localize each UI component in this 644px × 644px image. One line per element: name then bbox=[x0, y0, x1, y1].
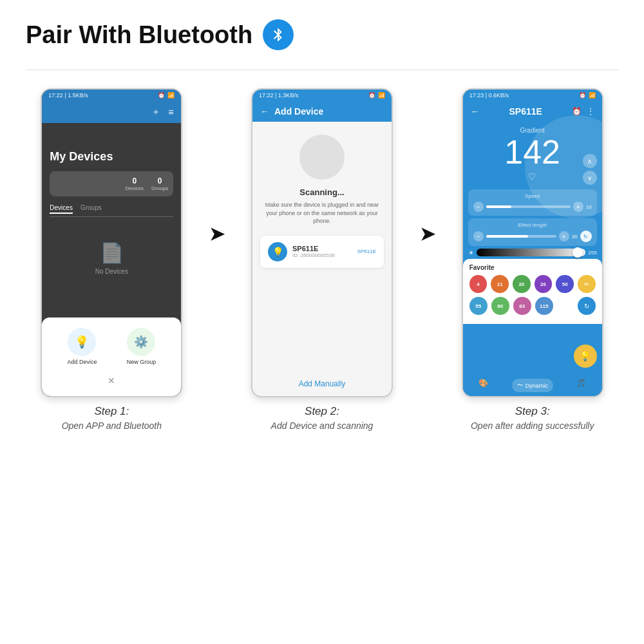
phone3-back-btn[interactable]: ← bbox=[471, 106, 480, 117]
my-devices-title: My Devices bbox=[50, 150, 173, 164]
tab-devices[interactable]: Devices bbox=[50, 204, 73, 214]
up-down-control: ∧ ∨ bbox=[583, 154, 597, 185]
phone1-status-icons: ⏰ 📶 bbox=[158, 92, 175, 99]
wifi-icon: 📶 bbox=[167, 92, 175, 99]
effect-label: Effect length bbox=[473, 222, 592, 228]
fav-item-50[interactable]: 50 bbox=[556, 275, 574, 293]
scanning-area: Scanning... Make sure the device is plug… bbox=[252, 122, 392, 276]
add-manually-btn[interactable]: Add Manually bbox=[252, 379, 392, 388]
phone1-mockup: 17:22 | 1.5KB/s ⏰ 📶 ＋ ≡ My Devices bbox=[41, 88, 182, 397]
page-header: Pair With Bluetooth bbox=[26, 19, 294, 50]
device-tabs: 0 Devices 0 Groups bbox=[50, 171, 173, 196]
new-group-icon: ⚙️ bbox=[127, 328, 155, 356]
effect-control: − + 30 ↻ bbox=[473, 231, 592, 242]
phone3-alarm-icon: ⏰ bbox=[579, 92, 586, 99]
effect-slider[interactable] bbox=[486, 235, 556, 238]
palette-nav-icon[interactable]: 🎨 bbox=[478, 379, 488, 392]
add-device-icon: 💡 bbox=[68, 328, 96, 356]
phone1-status-text: 17:22 | 1.5KB/s bbox=[48, 92, 88, 99]
tab-row: Devices Groups bbox=[50, 202, 173, 217]
step3-container: 17:23 | 0.6KB/s ⏰ 📶 ← SP611E ⏰ ⋮ bbox=[446, 88, 618, 431]
phone3-status-bar: 17:23 | 0.6KB/s ⏰ 📶 bbox=[463, 90, 602, 101]
fav-title: Favorite bbox=[469, 264, 596, 271]
step2-label: Step 2: bbox=[305, 405, 339, 418]
step3-label: Step 3: bbox=[515, 405, 550, 418]
device-found[interactable]: 💡 SP611E ID: 260000000536 SP611E bbox=[260, 236, 384, 268]
device-id: ID: 260000000536 bbox=[292, 252, 352, 258]
fav-item-4[interactable]: 4 bbox=[469, 275, 488, 293]
no-devices-icon: 📄 bbox=[100, 242, 124, 264]
device-info: SP611E ID: 260000000536 bbox=[292, 245, 352, 258]
phone3-wifi-icon: 📶 bbox=[589, 92, 596, 99]
brightness-value: 255 bbox=[588, 250, 596, 256]
step1-container: 17:22 | 1.5KB/s ⏰ 📶 ＋ ≡ My Devices bbox=[26, 88, 198, 431]
fav-item-11[interactable]: 11 bbox=[491, 275, 509, 293]
no-devices-area: 📄 No Devices bbox=[50, 222, 173, 294]
scan-circle bbox=[299, 135, 345, 180]
speed-slider[interactable] bbox=[486, 205, 571, 208]
steps-row: 17:22 | 1.5KB/s ⏰ 📶 ＋ ≡ My Devices bbox=[26, 88, 618, 431]
groups-count: 0 bbox=[158, 176, 162, 185]
brightness-slider[interactable] bbox=[477, 249, 586, 256]
menu-buttons: 💡 Add Device ⚙️ New Group bbox=[52, 328, 171, 365]
favorite-section: Favorite 4 11 20 26 50 ✏ 55 80 83 115 bbox=[463, 259, 602, 324]
no-devices-text: No Devices bbox=[95, 268, 128, 275]
fav-row2: 55 80 83 115 ↻ bbox=[469, 297, 596, 315]
bluetooth-icon bbox=[263, 19, 294, 50]
add-device-btn[interactable]: 💡 Add Device bbox=[67, 328, 97, 365]
add-device-label: Add Device bbox=[67, 359, 97, 365]
step1-label: Step 1: bbox=[94, 405, 129, 418]
add-icon[interactable]: ＋ bbox=[151, 106, 160, 118]
close-btn[interactable]: ✕ bbox=[52, 375, 171, 386]
phone2-alarm-icon: ⏰ bbox=[368, 92, 375, 99]
down-btn[interactable]: ∨ bbox=[583, 171, 597, 185]
phone2-title: Add Device bbox=[274, 106, 323, 117]
fav-refresh-btn[interactable]: ↻ bbox=[578, 297, 596, 315]
page-container: Pair With Bluetooth 17:22 | 1.5KB/s ⏰ 📶 bbox=[0, 0, 644, 644]
scanning-text: Scanning... bbox=[299, 187, 344, 197]
fav-item-20[interactable]: 20 bbox=[513, 275, 531, 293]
phone2-back-btn[interactable]: ← bbox=[260, 106, 269, 117]
arrow1: ➤ bbox=[198, 223, 236, 245]
up-btn[interactable]: ∧ bbox=[583, 154, 597, 168]
fav-item-83[interactable]: 83 bbox=[513, 297, 531, 315]
scanning-desc: Make sure the device is plugged in and n… bbox=[260, 201, 384, 225]
step3-desc: Open after adding successfully bbox=[471, 421, 594, 431]
sun-icon: ☀ bbox=[468, 249, 474, 256]
device-counts: 0 Devices 0 Groups bbox=[126, 176, 169, 191]
fav-item-55[interactable]: 55 bbox=[469, 297, 488, 315]
phone3-alarm2-icon[interactable]: ⏰ bbox=[572, 107, 582, 116]
refresh-icon[interactable]: ↻ bbox=[580, 231, 592, 242]
phone2-status-bar: 17:22 | 1.3KB/s ⏰ 📶 bbox=[252, 90, 392, 101]
light-btn[interactable]: 💡 bbox=[574, 345, 597, 368]
phone3-status-text: 17:23 | 0.6KB/s bbox=[469, 92, 509, 99]
fav-item-26[interactable]: 26 bbox=[535, 275, 553, 293]
edit-btn[interactable]: ✏ bbox=[578, 275, 596, 293]
devices-count: 0 bbox=[133, 176, 137, 185]
phone3-more-icon[interactable]: ⋮ bbox=[587, 107, 594, 116]
music-nav-icon[interactable]: 🎵 bbox=[576, 379, 586, 392]
devices-label: Devices bbox=[126, 185, 144, 191]
fav-row1: 4 11 20 26 50 ✏ bbox=[469, 275, 596, 293]
new-group-label: New Group bbox=[127, 359, 156, 365]
arrow1-icon: ➤ bbox=[209, 223, 224, 245]
fav-item-80[interactable]: 80 bbox=[491, 297, 509, 315]
phone2-wifi-icon: 📶 bbox=[378, 92, 385, 99]
effect-plus-btn[interactable]: + bbox=[559, 231, 569, 242]
bottom-menu: 💡 Add Device ⚙️ New Group ✕ bbox=[42, 317, 181, 396]
page-title: Pair With Bluetooth bbox=[26, 21, 252, 49]
speed-minus-btn[interactable]: − bbox=[473, 202, 484, 212]
effect-minus-btn[interactable]: − bbox=[473, 231, 484, 242]
phone2-mockup: 17:22 | 1.3KB/s ⏰ 📶 ← Add Device Scannin… bbox=[251, 88, 393, 397]
tab-groups[interactable]: Groups bbox=[80, 204, 102, 214]
header-divider bbox=[26, 70, 618, 70]
phone2-status-text: 17:22 | 1.3KB/s bbox=[259, 92, 298, 99]
device-icon: 💡 bbox=[268, 242, 287, 261]
effect-value: 30 bbox=[572, 234, 578, 240]
groups-label: Groups bbox=[151, 185, 168, 191]
new-group-btn[interactable]: ⚙️ New Group bbox=[127, 328, 156, 365]
menu-icon[interactable]: ≡ bbox=[168, 107, 173, 117]
fav-item-115[interactable]: 115 bbox=[535, 297, 553, 315]
phone1-toolbar: ＋ ≡ bbox=[42, 101, 181, 123]
dynamic-nav-btn[interactable]: 〜 Dynamic bbox=[512, 379, 553, 392]
